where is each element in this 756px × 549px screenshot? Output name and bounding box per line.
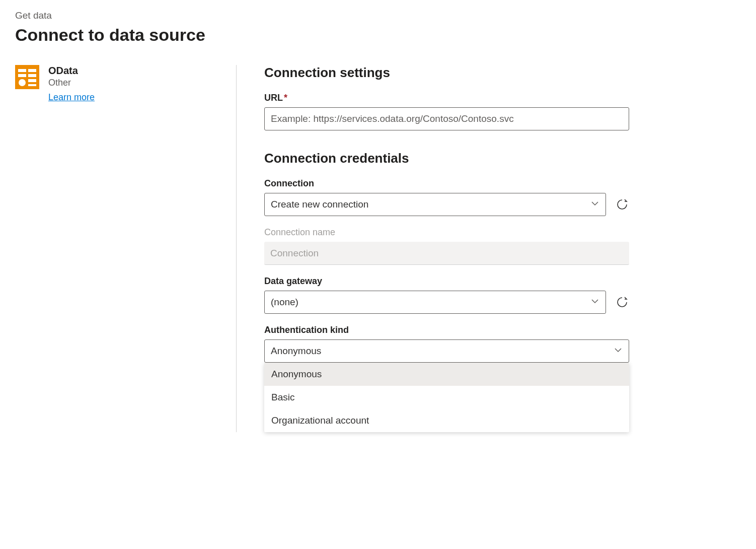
required-indicator: *	[284, 93, 287, 103]
data-gateway-select-value: (none)	[271, 297, 298, 308]
connection-settings-heading: Connection settings	[264, 65, 629, 81]
connection-select-value: Create new connection	[271, 199, 368, 210]
svg-point-5	[19, 79, 26, 86]
connector-summary: OData Other Learn more	[15, 65, 237, 432]
connection-credentials-heading: Connection credentials	[264, 151, 629, 166]
refresh-connection-button[interactable]	[615, 197, 629, 212]
odata-icon	[15, 65, 39, 89]
connection-label: Connection	[264, 178, 629, 189]
connector-category: Other	[48, 78, 95, 88]
svg-rect-4	[28, 74, 36, 77]
refresh-gateway-button[interactable]	[615, 295, 629, 309]
svg-rect-3	[18, 74, 26, 77]
url-label: URL*	[264, 93, 629, 103]
learn-more-link[interactable]: Learn more	[48, 92, 95, 103]
authentication-kind-select-value: Anonymous	[271, 346, 321, 357]
breadcrumb: Get data	[15, 10, 741, 21]
auth-option-basic[interactable]: Basic	[264, 386, 629, 409]
data-gateway-select[interactable]: (none)	[264, 291, 606, 314]
authentication-kind-dropdown: Anonymous Basic Organizational account	[264, 363, 629, 432]
auth-option-organizational[interactable]: Organizational account	[264, 409, 629, 432]
auth-option-anonymous[interactable]: Anonymous	[264, 363, 629, 386]
svg-rect-6	[28, 79, 36, 82]
connection-name-label: Connection name	[264, 227, 629, 238]
authentication-kind-select[interactable]: Anonymous	[264, 339, 629, 363]
svg-rect-2	[28, 69, 36, 72]
connection-name-input	[264, 242, 629, 265]
svg-rect-1	[18, 69, 26, 72]
connection-select[interactable]: Create new connection	[264, 193, 606, 216]
svg-rect-7	[28, 84, 36, 86]
page-title: Connect to data source	[15, 25, 741, 45]
authentication-kind-label: Authentication kind	[264, 325, 629, 335]
url-input[interactable]	[264, 107, 629, 130]
connector-name: OData	[48, 65, 95, 77]
data-gateway-label: Data gateway	[264, 276, 629, 287]
url-label-text: URL	[264, 93, 283, 103]
